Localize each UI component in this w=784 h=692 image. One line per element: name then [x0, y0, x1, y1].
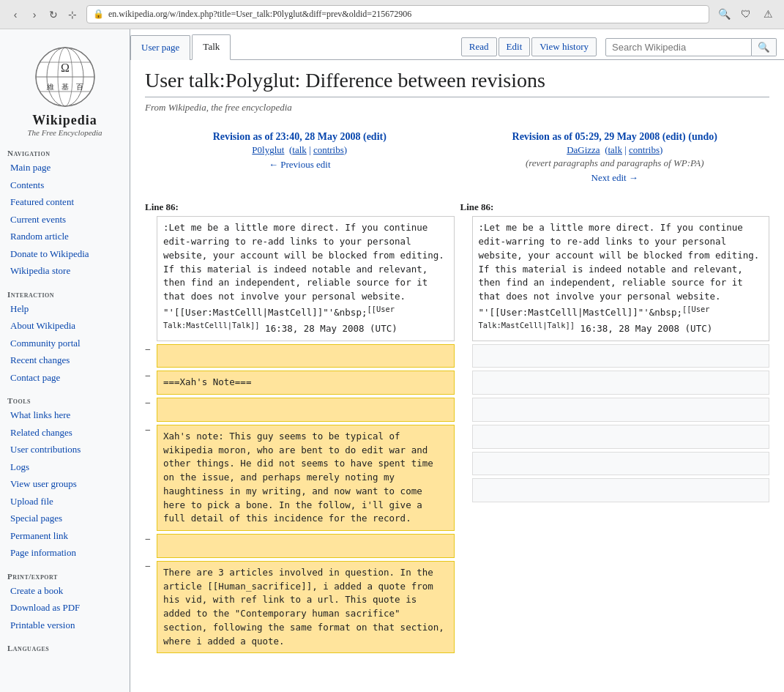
- sidebar-item-user-contributions[interactable]: User contributions: [0, 441, 130, 458]
- wiki-container: Ω 維 基 百 Wikipedia The Free Encyclopedia …: [0, 29, 784, 692]
- diff-sign-minus-5: −: [145, 534, 157, 546]
- diff-right-user-link[interactable]: DaGizza: [567, 144, 600, 155]
- search-button[interactable]: 🔍: [752, 38, 777, 56]
- diff-left-contribs-link[interactable]: contribs: [313, 144, 344, 155]
- tab-user-page[interactable]: User page: [130, 35, 190, 60]
- refresh-button[interactable]: ↻: [45, 7, 61, 23]
- page-title: User talk:Polyglut: Difference between r…: [145, 67, 769, 97]
- diff-left-line-label: Line 86:: [145, 198, 455, 216]
- browser-extension-icons: 🔍 🛡 ⚠: [715, 6, 777, 23]
- address-bar[interactable]: 🔒 en.wikipedia.org/w/index.php?title=Use…: [86, 5, 709, 23]
- diff-unchanged-row-right: :Let me be a little more direct. If you …: [460, 216, 770, 342]
- diff-sign-minus-2: −: [145, 371, 157, 382]
- sidebar-item-about-wikipedia[interactable]: About Wikipedia: [0, 317, 130, 335]
- diff-sign-minus-4: −: [145, 425, 157, 436]
- extension-icon-2[interactable]: 🛡: [737, 6, 755, 23]
- from-line: From Wikipedia, the free encyclopedia: [145, 102, 769, 114]
- diff-right-empty-block-5: [472, 452, 770, 476]
- back-button[interactable]: ‹: [7, 7, 23, 23]
- sidebar-item-community-portal[interactable]: Community portal: [0, 335, 130, 352]
- diff-left-revision-title: Revision as of 23:40, 28 May 2008 (edit): [148, 131, 452, 143]
- wiki-tagline: The Free Encyclopedia: [7, 128, 122, 137]
- diff-removed-row-4: − Xah's note: This guy seems to be typic…: [145, 425, 455, 532]
- search-bar: 🔍: [605, 38, 777, 56]
- wiki-name: Wikipedia: [7, 113, 122, 128]
- sidebar-item-recent-changes[interactable]: Recent changes: [0, 351, 130, 369]
- sidebar-interaction: Interaction Help About Wikipedia Communi…: [0, 283, 130, 390]
- diff-unchanged-left-block: :Let me be a little more direct. If you …: [157, 216, 455, 341]
- sidebar-item-contents[interactable]: Contents: [0, 176, 130, 194]
- svg-text:維: 維: [46, 83, 54, 91]
- search-input[interactable]: [605, 38, 752, 56]
- extension-icon-3[interactable]: ⚠: [759, 6, 777, 23]
- svg-text:百: 百: [76, 83, 83, 91]
- svg-text:基: 基: [61, 83, 69, 91]
- sidebar-item-page-information[interactable]: Page information: [0, 544, 130, 562]
- sidebar-item-what-links-here[interactable]: What links here: [0, 406, 130, 424]
- diff-removed-block-2: ===Xah's Note===: [157, 371, 455, 395]
- diff-right-empty-5: [460, 452, 770, 477]
- forward-button[interactable]: ›: [26, 7, 42, 23]
- sidebar-item-permanent-link[interactable]: Permanent link: [0, 527, 130, 545]
- sidebar-item-upload-file[interactable]: Upload file: [0, 493, 130, 510]
- action-edit[interactable]: Edit: [499, 37, 531, 56]
- sidebar-item-contact-page[interactable]: Contact page: [0, 369, 130, 387]
- diff-right-empty-1: [460, 344, 770, 370]
- action-read[interactable]: Read: [461, 37, 497, 56]
- extension-icon-1[interactable]: 🔍: [715, 6, 733, 23]
- diff-removed-row-5: −: [145, 534, 455, 559]
- page-tabs: User page Talk: [130, 34, 232, 59]
- sidebar-item-create-book[interactable]: Create a book: [0, 582, 130, 600]
- sidebar-item-random-article[interactable]: Random article: [0, 228, 130, 245]
- sidebar-item-special-pages[interactable]: Special pages: [0, 510, 130, 527]
- sidebar-item-download-pdf[interactable]: Download as PDF: [0, 599, 130, 617]
- sidebar-navigation: Navigation Main page Contents Featured c…: [0, 141, 130, 283]
- sidebar-item-current-events[interactable]: Current events: [0, 211, 130, 228]
- sidebar-item-related-changes[interactable]: Related changes: [0, 424, 130, 442]
- print-section-title: Print/export: [0, 568, 130, 582]
- diff-removed-row-6: − There are 3 articles involved in quest…: [145, 561, 455, 655]
- page-content: User talk:Polyglut: Difference between r…: [130, 60, 784, 692]
- search-icon: 🔍: [758, 42, 770, 53]
- diff-right-nav: Next edit →: [463, 172, 767, 184]
- diff-right-header: Revision as of 05:29, 29 May 2008 (edit)…: [460, 125, 770, 190]
- diff-removed-block-6: There are 3 articles involved in questio…: [157, 561, 455, 654]
- diff-right-empty-6: [460, 478, 770, 504]
- diff-right-revision-title: Revision as of 05:29, 29 May 2008 (edit)…: [463, 131, 767, 143]
- diff-left-talk-link[interactable]: talk: [292, 144, 307, 155]
- sidebar-item-wiki-store[interactable]: Wikipedia store: [0, 262, 130, 280]
- diff-left-sign-empty-1: [145, 216, 157, 228]
- diff-right-comment: (revert paragraphs and paragraphs of WP:…: [463, 157, 767, 169]
- diff-right-empty-3: [460, 398, 770, 423]
- diff-removed-row-3: −: [145, 398, 455, 423]
- svg-text:Ω: Ω: [61, 62, 70, 74]
- diff-right-talk-link[interactable]: talk: [608, 144, 622, 155]
- sidebar-item-donate[interactable]: Donate to Wikipedia: [0, 245, 130, 263]
- sidebar-item-featured-content[interactable]: Featured content: [0, 193, 130, 211]
- tabs-bar: User page Talk Read Edit View history 🔍: [130, 29, 784, 60]
- diff-removed-block-4: Xah's note: This guy seems to be typical…: [157, 425, 455, 531]
- diff-right-empty-2: [460, 371, 770, 396]
- diff-body: Line 86: :Let me be a little more direct…: [145, 196, 769, 656]
- sidebar-item-view-user-groups[interactable]: View user groups: [0, 475, 130, 493]
- action-view-history[interactable]: View history: [531, 37, 597, 56]
- diff-right-line-label: Line 86:: [460, 198, 770, 216]
- diff-right-contribs-link[interactable]: contribs: [629, 144, 660, 155]
- sidebar-item-main-page[interactable]: Main page: [0, 159, 130, 176]
- main-area: User page Talk Read Edit View history 🔍 …: [130, 29, 784, 692]
- sidebar-item-help[interactable]: Help: [0, 300, 130, 318]
- bookmark-button[interactable]: ⊹: [64, 7, 81, 23]
- tab-talk[interactable]: Talk: [192, 34, 231, 60]
- url-text: en.wikipedia.org/w/index.php?title=User_…: [108, 9, 703, 20]
- sidebar-languages: Languages: [0, 636, 130, 657]
- wiki-globe-icon: Ω 維 基 百: [32, 44, 98, 110]
- action-tabs: Read Edit View history 🔍: [461, 37, 777, 59]
- sidebar-item-logs[interactable]: Logs: [0, 458, 130, 476]
- sidebar-print: Print/export Create a book Download as P…: [0, 565, 130, 637]
- sidebar-tools: Tools What links here Related changes Us…: [0, 389, 130, 565]
- diff-right-empty-block-3: [472, 398, 770, 422]
- diff-right-sign-empty: [460, 216, 472, 228]
- sidebar-item-printable-version[interactable]: Printable version: [0, 617, 130, 634]
- diff-right-empty-block-2: [472, 371, 770, 395]
- diff-left-user-link[interactable]: P0lyglut: [252, 144, 284, 155]
